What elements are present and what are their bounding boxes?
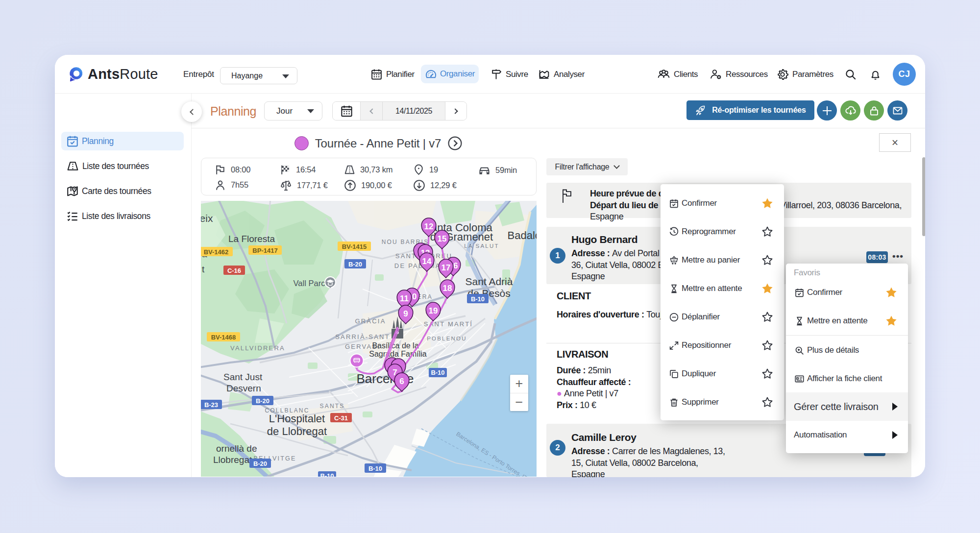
svg-text:BV-1462: BV-1462 [204,248,229,256]
svg-text:POBLENOU: POBLENOU [427,336,467,341]
svg-text:12: 12 [424,222,434,231]
svg-text:18: 18 [443,284,452,293]
svg-text:L'Hospitalet: L'Hospitalet [269,412,325,425]
svg-text:17: 17 [441,263,451,272]
svg-text:Desvern: Desvern [226,383,261,393]
svg-text:BV-1468: BV-1468 [211,334,236,341]
svg-text:B-10: B-10 [471,295,485,303]
svg-text:6: 6 [399,377,404,386]
svg-text:eix: eix [201,213,213,224]
svg-text:C-31: C-31 [334,414,348,422]
svg-text:Vall Parc: Vall Parc [294,279,325,288]
svg-text:ornellà de: ornellà de [216,443,257,454]
svg-text:VALLVIDRERA: VALLVIDRERA [230,344,285,352]
svg-text:B-23: B-23 [204,401,218,409]
svg-text:B-10: B-10 [368,465,382,472]
svg-text:Sant Adrià: Sant Adrià [466,276,513,287]
svg-text:15: 15 [438,234,447,243]
svg-text:SANTS: SANTS [319,403,344,410]
svg-text:B-20: B-20 [253,460,267,467]
svg-text:B-20: B-20 [256,397,270,405]
svg-text:Badalona: Badalona [508,229,537,242]
svg-text:de Llobregat: de Llobregat [267,425,327,437]
svg-text:SARRIÀ-SANT: SARRIÀ-SANT [335,333,390,340]
svg-text:La Floresta: La Floresta [228,234,275,244]
svg-text:9: 9 [403,309,408,318]
svg-text:19: 19 [429,306,438,315]
svg-text:Sagrada Família: Sagrada Família [369,350,426,358]
svg-text:BP-1417: BP-1417 [252,247,277,254]
svg-text:GRÀCIA: GRÀCIA [355,317,386,325]
svg-text:C-16: C-16 [227,267,241,274]
svg-text:11: 11 [400,294,409,303]
svg-text:B-20: B-20 [348,261,362,268]
svg-text:Llobregat: Llobregat [213,455,252,465]
svg-text:t: t [202,264,205,274]
svg-text:Basílica de la: Basílica de la [372,341,418,350]
svg-text:LA SALUT: LA SALUT [464,243,499,249]
svg-text:B-10: B-10 [431,369,444,376]
svg-text:14: 14 [422,257,432,266]
svg-text:B-10: B-10 [320,472,334,477]
svg-text:BV-1415: BV-1415 [342,243,367,250]
svg-text:Sant Just: Sant Just [223,372,263,382]
